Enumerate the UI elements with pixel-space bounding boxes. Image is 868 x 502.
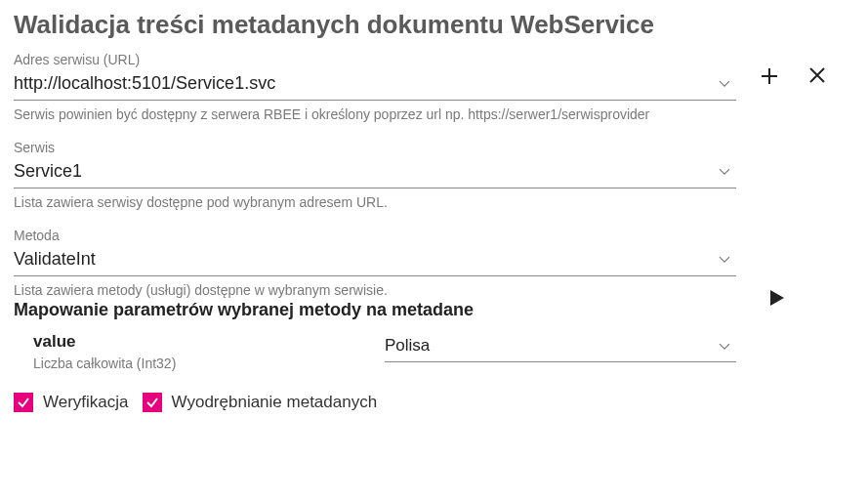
page-title: Walidacja treści metadanych dokumentu We…	[14, 10, 736, 40]
url-helper-text: Serwis powinien być dostępny z serwera R…	[14, 106, 736, 122]
method-select[interactable]	[14, 245, 736, 276]
service-helper-text: Lista zawiera serwisy dostępne pod wybra…	[14, 194, 736, 210]
verify-checkbox[interactable]	[14, 393, 33, 412]
verify-label: Weryfikacja	[43, 393, 129, 412]
close-button[interactable]	[806, 64, 828, 88]
method-label: Metoda	[14, 228, 736, 243]
service-select[interactable]	[14, 157, 736, 188]
param-row: value Liczba całkowita (Int32)	[14, 332, 736, 371]
url-label: Adres serwisu (URL)	[14, 52, 736, 67]
add-button[interactable]	[758, 64, 781, 88]
run-button[interactable]	[765, 287, 787, 309]
service-label: Serwis	[14, 140, 736, 155]
url-input[interactable]	[14, 69, 736, 101]
param-name: value	[33, 332, 385, 352]
method-helper-text: Lista zawiera metody (usługi) dostępne w…	[14, 282, 736, 298]
extract-checkbox[interactable]	[143, 393, 162, 412]
param-mapping-select[interactable]	[385, 332, 736, 362]
extract-label: Wyodrębnianie metadanych	[172, 393, 378, 412]
mapping-title: Mapowanie parametrów wybranej metody na …	[14, 300, 736, 320]
param-type: Liczba całkowita (Int32)	[33, 356, 385, 371]
